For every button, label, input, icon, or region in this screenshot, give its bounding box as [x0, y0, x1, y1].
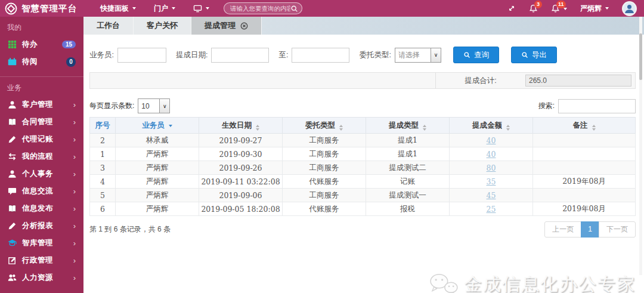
pagination: 上一页 1 下一页 — [545, 221, 636, 238]
column-header[interactable]: 提成类型 — [366, 118, 450, 134]
query-button[interactable]: 查询 — [453, 47, 499, 63]
next-page-button[interactable]: 下一页 — [599, 221, 636, 238]
search-icon — [463, 51, 470, 58]
vertical-scrollbar[interactable] — [639, 17, 642, 275]
column-header[interactable]: 备注 — [533, 118, 636, 134]
cell — [533, 134, 636, 147]
sidebar-item-analysis-reports[interactable]: 分析报表› — [0, 217, 83, 235]
cell: 1 — [90, 147, 116, 161]
sidebar-item-customer-mgmt[interactable]: 客户管理› — [0, 96, 83, 113]
sidebar-item-to-read[interactable]: 待阅0 — [0, 53, 83, 70]
sidebar-item-label: 信息交流 — [22, 186, 53, 196]
page-size-control: 每页显示条数: 10 ∨ — [89, 98, 170, 113]
sidebar-item-think-tank[interactable]: 智库管理› — [0, 235, 83, 252]
tab-commission-mgmt[interactable]: 提成管理 — [191, 17, 262, 35]
tab-label: 工作台 — [97, 20, 120, 31]
sidebar-item-personal-affairs[interactable]: 个人事务› — [0, 165, 83, 183]
prev-page-button[interactable]: 上一页 — [544, 221, 581, 238]
cell: 严炳辉 — [116, 161, 199, 175]
table-row: 5严炳辉2019-09-06工商服务提成测试一45 — [90, 189, 636, 202]
amount-link[interactable]: 45 — [487, 191, 496, 200]
amount-link[interactable]: 35 — [487, 177, 496, 186]
sidebar-item-messaging[interactable]: 信息交流› — [0, 183, 83, 200]
column-header[interactable]: 业务员 — [116, 118, 199, 134]
menu-quick-panel-label: 快捷面板 — [100, 4, 129, 14]
page: 业务员: 提成日期: 至: 委托类型: 请选择 ∨ 查询 — [83, 47, 644, 293]
date-from-input[interactable] — [211, 48, 269, 63]
cell: 严炳辉 — [116, 189, 199, 202]
sidebar-section-label: 业务 — [0, 77, 83, 96]
sidebar-item-contract-mgmt[interactable]: 合同管理› — [0, 113, 83, 131]
navbar-search-input[interactable] — [230, 5, 290, 12]
sidebar-item-human-resources[interactable]: 人力资源› — [0, 269, 83, 286]
sidebar-item-todo[interactable]: 待办15 — [0, 36, 83, 53]
search-icon[interactable] — [290, 5, 298, 13]
page-size-value: 10 — [138, 99, 159, 113]
message-bell-icon[interactable]: 11 — [551, 4, 567, 13]
menu-monitor[interactable] — [193, 5, 209, 13]
table-header-row: 序号业务员生效日期委托类型提成类型提成金额备注 — [90, 118, 636, 134]
column-header[interactable]: 提成金额 — [450, 118, 533, 134]
cell: 4 — [90, 175, 116, 189]
sidebar-item-admin-mgmt[interactable]: 行政管理› — [0, 252, 83, 269]
sidebar-item-agency-accounting[interactable]: 代理记账› — [0, 131, 83, 148]
message-badge: 11 — [556, 1, 566, 8]
export-button[interactable]: 导出 — [511, 47, 557, 63]
search-icon — [521, 51, 528, 58]
page-1-button[interactable]: 1 — [581, 221, 599, 238]
date-to-input[interactable] — [292, 48, 349, 63]
summary-spacer — [90, 73, 436, 88]
table-body: 2林承威2019-09-27工商服务提成1401严炳辉2019-09-30工商服… — [90, 134, 636, 216]
amount-link[interactable]: 40 — [487, 136, 496, 145]
column-header-label: 序号 — [95, 121, 110, 129]
menu-portal[interactable]: 门户 — [154, 4, 175, 14]
tab-workbench[interactable]: 工作台 — [83, 17, 134, 35]
entrust-type-select[interactable]: 请选择 ∨ — [395, 48, 441, 63]
column-header-label: 备注 — [573, 121, 588, 129]
column-header[interactable]: 委托类型 — [283, 118, 366, 134]
salesperson-input[interactable] — [117, 48, 166, 63]
entrust-type-value: 请选择 — [395, 48, 431, 62]
sidebar-item-label: 我的流程 — [22, 152, 53, 162]
sidebar-item-label: 分析报表 — [22, 221, 53, 231]
main-layout: 我的待办15待阅0业务客户管理›合同管理›代理记账›我的流程›个人事务›信息交流… — [0, 17, 644, 293]
chevron-right-icon: › — [73, 153, 76, 161]
sidebar-item-label: 代理记账 — [22, 134, 53, 144]
notification-bell-icon[interactable]: 3 — [529, 4, 538, 13]
menu-quick-panel[interactable]: 快捷面板 — [100, 4, 136, 14]
table-search-input[interactable] — [558, 99, 636, 113]
sidebar-item-info-publish[interactable]: 信息发布› — [0, 200, 83, 217]
count-badge: 15 — [62, 41, 76, 48]
amount-link[interactable]: 80 — [487, 164, 496, 172]
cell — [533, 147, 636, 161]
amount-link[interactable]: 40 — [487, 150, 496, 159]
cell: 2019-09-05 18:20:08 — [199, 202, 283, 216]
user-menu[interactable]: 严炳辉 — [580, 4, 609, 14]
amount-link[interactable]: 25 — [487, 205, 496, 214]
sidebar-item-my-workflow[interactable]: 我的流程› — [0, 148, 83, 165]
cell: 2019-09-06 — [199, 189, 283, 202]
commission-total-label: 提成合计: — [436, 76, 525, 86]
sidebar-item-label: 合同管理 — [22, 117, 53, 127]
cell: 2 — [90, 134, 116, 147]
wechat-logo-icon — [428, 273, 459, 293]
tab-close-icon[interactable] — [240, 22, 248, 30]
cell: 6 — [90, 202, 116, 216]
brand-title: 智慧管理平台 — [21, 3, 77, 14]
fullscreen-icon[interactable] — [507, 4, 516, 13]
column-header-label: 生效日期 — [222, 121, 252, 129]
content-area: 工作台客户关怀提成管理 业务员: 提成日期: 至: 委托类型: 请选择 ∨ — [83, 17, 644, 293]
scrollbar-thumb[interactable] — [639, 33, 642, 80]
cell: 工商服务 — [283, 161, 366, 175]
avatar[interactable] — [622, 1, 637, 16]
tab-customer-care[interactable]: 客户关怀 — [134, 17, 191, 35]
cell: 提成测试二 — [366, 161, 450, 175]
cell: 2019-09-30 — [199, 147, 283, 161]
book-icon — [8, 118, 17, 127]
table-search-label: 搜索: — [538, 101, 555, 111]
page-size-select[interactable]: 10 ∨ — [138, 98, 170, 113]
commission-total-value: 265.0 — [525, 75, 631, 87]
column-header[interactable]: 序号 — [90, 118, 116, 134]
column-header[interactable]: 生效日期 — [199, 118, 283, 134]
sidebar: 我的待办15待阅0业务客户管理›合同管理›代理记账›我的流程›个人事务›信息交流… — [0, 17, 83, 293]
